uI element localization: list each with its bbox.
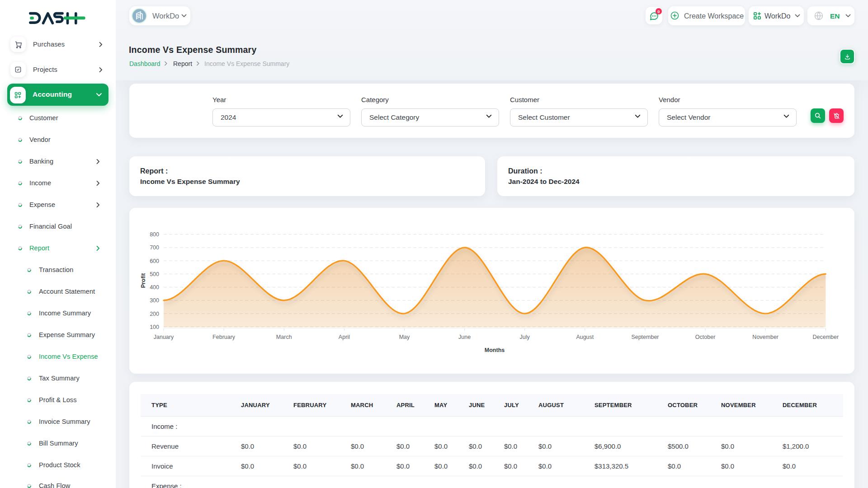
svg-text:March: March — [276, 334, 292, 340]
svg-text:300: 300 — [150, 297, 159, 304]
svg-text:July: July — [520, 334, 530, 340]
svg-text:June: June — [458, 334, 471, 340]
svg-text:500: 500 — [150, 271, 159, 277]
svg-text:800: 800 — [150, 231, 159, 238]
svg-text:400: 400 — [150, 284, 159, 291]
svg-text:September: September — [631, 334, 659, 340]
svg-text:100: 100 — [150, 324, 159, 330]
svg-text:600: 600 — [150, 258, 159, 264]
svg-text:December: December — [812, 334, 839, 340]
svg-text:200: 200 — [150, 311, 159, 317]
svg-text:Profit: Profit — [140, 273, 146, 288]
svg-text:700: 700 — [150, 244, 159, 251]
svg-text:Months: Months — [485, 347, 505, 353]
svg-text:November: November — [752, 334, 778, 340]
svg-text:May: May — [399, 334, 410, 340]
svg-text:January: January — [154, 334, 174, 340]
svg-text:October: October — [695, 334, 715, 340]
svg-text:April: April — [339, 334, 350, 340]
svg-text:August: August — [576, 334, 594, 340]
svg-text:February: February — [212, 334, 236, 340]
